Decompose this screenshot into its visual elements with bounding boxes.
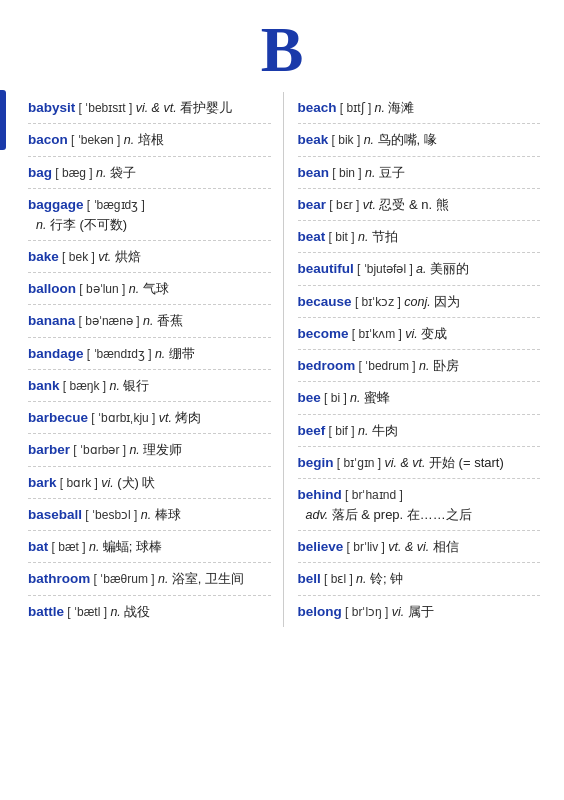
entry-word: bag <box>28 165 52 180</box>
entry-def: 变成 <box>421 326 447 341</box>
entry-phonetic: [ bɪˈgɪn ] <box>334 456 385 470</box>
list-item: bake [ bek ] vt. 烘焙 <box>28 241 271 273</box>
entry-def: 卧房 <box>433 358 459 373</box>
list-item: banana [ bəˈnænə ] n. 香蕉 <box>28 305 271 337</box>
entry-word: beach <box>298 100 337 115</box>
entry-word: bedroom <box>298 358 356 373</box>
entry-phonetic: [ ˈbebɪsɪt ] <box>75 101 135 115</box>
entry-word: become <box>298 326 349 341</box>
list-item: bandage [ ˈbændɪdʒ ] n. 绷带 <box>28 338 271 370</box>
entry-def: 相信 <box>433 539 459 554</box>
entry-phonetic: [ bi ] <box>321 391 350 405</box>
entry-pos: n. <box>358 230 372 244</box>
entry-def: 美丽的 <box>430 261 469 276</box>
entry-word: bathroom <box>28 571 90 586</box>
dictionary-columns: babysit [ ˈbebɪsɪt ] vi. & vt. 看护婴儿bacon… <box>0 92 564 627</box>
entry-pos: n. <box>110 379 124 393</box>
entry-phonetic: [ ˈbætl ] <box>64 605 110 619</box>
entry-pos: n. <box>89 540 103 554</box>
entry-word: bake <box>28 249 59 264</box>
left-tab-indicator <box>0 90 6 150</box>
entry-word: beef <box>298 423 326 438</box>
entry-def: 看护婴儿 <box>180 100 232 115</box>
list-item: babysit [ ˈbebɪsɪt ] vi. & vt. 看护婴儿 <box>28 92 271 124</box>
entry-extra: adv. 落后 & prep. 在……之后 <box>298 505 541 525</box>
entry-phonetic: [ ˈbɑrbər ] <box>70 443 129 457</box>
list-item: behind [ brˈhaɪnd ] adv. 落后 & prep. 在……之… <box>298 479 541 531</box>
entry-pos: a. <box>416 262 430 276</box>
entry-pos: vi. & vt. <box>136 101 180 115</box>
entry-def: 香蕉 <box>157 313 183 328</box>
list-item: believe [ brˈliv ] vt. & vi. 相信 <box>298 531 541 563</box>
entry-pos: n. <box>350 391 364 405</box>
entry-pos: n. <box>364 133 378 147</box>
list-item: balloon [ bəˈlun ] n. 气球 <box>28 273 271 305</box>
entry-pos: n. <box>419 359 433 373</box>
entry-word: bacon <box>28 132 68 147</box>
entry-pos: n. <box>36 218 50 232</box>
list-item: bag [ bæg ] n. 袋子 <box>28 157 271 189</box>
entry-def: 落后 & prep. 在……之后 <box>332 507 472 522</box>
entry-word: bee <box>298 390 321 405</box>
entry-pos: vt. & vi. <box>388 540 432 554</box>
entry-word: baseball <box>28 507 82 522</box>
list-item: beef [ bif ] n. 牛肉 <box>298 415 541 447</box>
list-item: bark [ bɑrk ] vi. (犬) 吠 <box>28 467 271 499</box>
entry-phonetic: [ brˈlɔŋ ] <box>342 605 392 619</box>
entry-def: 银行 <box>123 378 149 393</box>
entry-pos: n. <box>158 572 172 586</box>
list-item: begin [ bɪˈgɪn ] vi. & vt. 开始 (= start) <box>298 447 541 479</box>
entry-phonetic: [ ˈbekən ] <box>68 133 124 147</box>
entry-phonetic: [ bɪˈkɔz ] <box>352 295 405 309</box>
list-item: beat [ bit ] n. 节拍 <box>298 221 541 253</box>
entry-phonetic: [ bɪˈkʌm ] <box>349 327 406 341</box>
list-item: bank [ bæŋk ] n. 银行 <box>28 370 271 402</box>
entry-word: barbecue <box>28 410 88 425</box>
entry-main-line: baggage [ ˈbægɪdʒ ] <box>28 195 271 215</box>
entry-def: 烘焙 <box>115 249 141 264</box>
entry-pos: n. <box>365 166 379 180</box>
entry-word: bear <box>298 197 327 212</box>
entry-phonetic: [ brˈliv ] <box>343 540 388 554</box>
entry-word: bat <box>28 539 48 554</box>
entry-def: (犬) 吠 <box>117 475 155 490</box>
entry-pos: vt. <box>363 198 380 212</box>
entry-word: beat <box>298 229 326 244</box>
left-column: babysit [ ˈbebɪsɪt ] vi. & vt. 看护婴儿bacon… <box>22 92 284 627</box>
entry-word: beautiful <box>298 261 354 276</box>
entry-word: balloon <box>28 281 76 296</box>
list-item: beach [ bɪtʃ ] n. 海滩 <box>298 92 541 124</box>
entry-word: babysit <box>28 100 75 115</box>
right-column: beach [ bɪtʃ ] n. 海滩beak [ bik ] n. 鸟的嘴,… <box>284 92 547 627</box>
page-header: B <box>0 0 564 92</box>
entry-pos: vi. <box>392 605 408 619</box>
entry-def: 鸟的嘴, 喙 <box>378 132 437 147</box>
entry-phonetic: [ bek ] <box>59 250 98 264</box>
list-item: bat [ bæt ] n. 蝙蝠; 球棒 <box>28 531 271 563</box>
list-item: bacon [ ˈbekən ] n. 培根 <box>28 124 271 156</box>
entry-phonetic: [ ˈbesbɔl ] <box>82 508 141 522</box>
list-item: belong [ brˈlɔŋ ] vi. 属于 <box>298 596 541 627</box>
entry-pos: n. <box>96 166 110 180</box>
list-item: baggage [ ˈbægɪdʒ ] n. 行李 (不可数) <box>28 189 271 241</box>
entry-word: battle <box>28 604 64 619</box>
entry-pos: n. <box>124 133 138 147</box>
entry-word: beak <box>298 132 329 147</box>
entry-phonetic: [ ˈbɑrbɪˌkju ] <box>88 411 159 425</box>
entry-def: 海滩 <box>388 100 414 115</box>
entry-phonetic: [ bin ] <box>329 166 365 180</box>
entry-pos: n. <box>110 605 124 619</box>
entry-word: bandage <box>28 346 84 361</box>
list-item: baseball [ ˈbesbɔl ] n. 棒球 <box>28 499 271 531</box>
entry-phonetic: [ ˈbægɪdʒ ] <box>84 198 145 212</box>
entry-phonetic: [ brˈhaɪnd ] <box>342 488 403 502</box>
entry-def: 属于 <box>408 604 434 619</box>
list-item: bear [ bɛr ] vt. 忍受 & n. 熊 <box>298 189 541 221</box>
entry-def: 忍受 & n. 熊 <box>379 197 448 212</box>
entry-def: 绷带 <box>169 346 195 361</box>
entry-def: 因为 <box>434 294 460 309</box>
entry-word: begin <box>298 455 334 470</box>
entry-def: 节拍 <box>372 229 398 244</box>
entry-word: believe <box>298 539 344 554</box>
entry-pos: n. <box>356 572 370 586</box>
